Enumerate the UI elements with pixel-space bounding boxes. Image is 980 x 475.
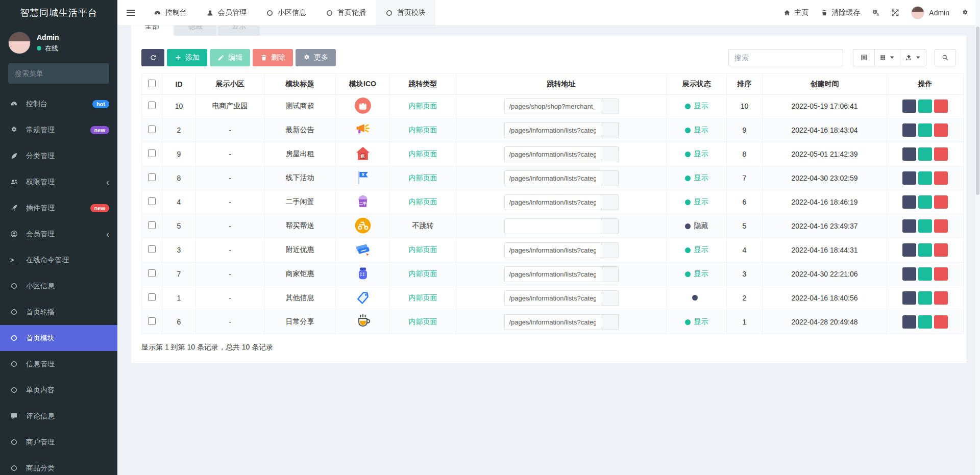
navbar-user[interactable]: Admin xyxy=(911,6,949,19)
link-button[interactable] xyxy=(601,170,619,186)
sidebar-item-权限管理[interactable]: 权限管理 ‹ xyxy=(0,169,117,195)
move-button[interactable] xyxy=(902,195,916,209)
export-button[interactable] xyxy=(900,49,926,66)
link-button[interactable] xyxy=(601,146,619,162)
row-checkbox[interactable] xyxy=(148,293,156,301)
clear-cache-link[interactable]: 清除缓存 xyxy=(821,8,860,17)
sidebar-item-常规管理[interactable]: 常规管理 new xyxy=(0,117,117,143)
row-checkbox[interactable] xyxy=(148,317,156,325)
sidebar-item-信息管理[interactable]: 信息管理 xyxy=(0,351,117,377)
row-checkbox[interactable] xyxy=(148,245,156,253)
jump-url-input[interactable] xyxy=(504,314,601,330)
jump-url-input[interactable] xyxy=(504,290,601,306)
move-button[interactable] xyxy=(902,291,916,305)
navbar-tab-控制台[interactable]: 控制台 xyxy=(144,0,197,26)
sidebar-item-单页内容[interactable]: 单页内容 xyxy=(0,377,117,403)
sidebar-item-商户管理[interactable]: 商户管理 xyxy=(0,429,117,455)
move-button[interactable] xyxy=(902,243,916,257)
sidebar-item-控制台[interactable]: 控制台 hot xyxy=(0,91,117,117)
link-button[interactable] xyxy=(601,314,619,330)
delete-row-button[interactable] xyxy=(934,219,948,233)
link-button[interactable] xyxy=(601,266,619,282)
sidebar-item-在线命令管理[interactable]: >_ 在线命令管理 xyxy=(0,247,117,273)
move-button[interactable] xyxy=(902,267,916,281)
scrollbar-thumb[interactable] xyxy=(976,27,979,195)
jump-url-input[interactable] xyxy=(504,122,601,138)
move-button[interactable] xyxy=(902,219,916,233)
detail-view-button[interactable] xyxy=(853,49,874,66)
move-button[interactable] xyxy=(902,315,916,329)
edit-row-button[interactable] xyxy=(918,243,932,257)
table-search-input[interactable] xyxy=(728,49,843,66)
jump-url-input[interactable] xyxy=(504,218,601,234)
delete-row-button[interactable] xyxy=(934,171,948,185)
edit-row-button[interactable] xyxy=(918,267,932,281)
search-toggle-button[interactable] xyxy=(935,49,956,66)
row-checkbox[interactable] xyxy=(148,126,156,133)
row-checkbox[interactable] xyxy=(148,102,156,109)
link-button[interactable] xyxy=(601,242,619,258)
navbar-tab-首页模块[interactable]: 首页模块 xyxy=(376,0,435,26)
sidebar-search-input[interactable] xyxy=(15,69,107,78)
row-checkbox[interactable] xyxy=(148,149,156,157)
delete-row-button[interactable] xyxy=(934,243,948,257)
move-button[interactable] xyxy=(902,147,916,161)
more-button[interactable]: 更多 xyxy=(296,49,336,66)
jump-url-input[interactable] xyxy=(504,146,601,162)
jump-url-input[interactable] xyxy=(504,170,601,186)
delete-row-button[interactable] xyxy=(934,267,948,281)
edit-row-button[interactable] xyxy=(918,99,932,113)
sidebar-item-小区信息[interactable]: 小区信息 xyxy=(0,273,117,299)
link-button[interactable] xyxy=(601,218,619,234)
select-all-checkbox[interactable] xyxy=(148,80,156,87)
scrollbar[interactable] xyxy=(975,0,980,475)
link-button[interactable] xyxy=(601,98,619,114)
delete-row-button[interactable] xyxy=(934,195,948,209)
edit-row-button[interactable] xyxy=(918,147,932,161)
row-checkbox[interactable] xyxy=(148,197,156,205)
edit-button[interactable]: 编辑 xyxy=(210,49,250,66)
link-button[interactable] xyxy=(601,290,619,306)
settings-gears-icon[interactable] xyxy=(962,9,969,16)
delete-row-button[interactable] xyxy=(934,123,948,137)
hamburger-menu-button[interactable] xyxy=(117,0,144,26)
row-checkbox[interactable] xyxy=(148,173,156,181)
move-button[interactable] xyxy=(902,171,916,185)
delete-row-button[interactable] xyxy=(934,315,948,329)
edit-row-button[interactable] xyxy=(918,291,932,305)
edit-row-button[interactable] xyxy=(918,171,932,185)
jump-url-input[interactable] xyxy=(504,194,601,210)
row-checkbox[interactable] xyxy=(148,269,156,277)
navbar-tab-首页轮播[interactable]: 首页轮播 xyxy=(316,0,376,26)
navbar-tab-小区信息[interactable]: 小区信息 xyxy=(256,0,316,26)
link-button[interactable] xyxy=(601,194,619,210)
translate-icon[interactable]: 文A xyxy=(872,9,879,16)
sidebar-item-评论信息[interactable]: 评论信息 xyxy=(0,403,117,429)
edit-row-button[interactable] xyxy=(918,123,932,137)
move-button[interactable] xyxy=(902,99,916,113)
link-button[interactable] xyxy=(601,122,619,138)
navbar-tab-会员管理[interactable]: 会员管理 xyxy=(197,0,256,26)
edit-row-button[interactable] xyxy=(918,315,932,329)
jump-url-input[interactable] xyxy=(504,266,601,282)
delete-row-button[interactable] xyxy=(934,99,948,113)
sidebar-item-分类管理[interactable]: 分类管理 xyxy=(0,143,117,169)
home-link[interactable]: 主页 xyxy=(783,8,808,17)
columns-button[interactable] xyxy=(874,49,900,66)
edit-row-button[interactable] xyxy=(918,219,932,233)
edit-row-button[interactable] xyxy=(918,195,932,209)
jump-url-input[interactable] xyxy=(504,242,601,258)
refresh-button[interactable] xyxy=(141,49,164,66)
add-button[interactable]: 添加 xyxy=(167,49,207,66)
delete-row-button[interactable] xyxy=(934,147,948,161)
jump-url-input[interactable] xyxy=(504,98,601,114)
row-checkbox[interactable] xyxy=(148,221,156,229)
move-button[interactable] xyxy=(902,123,916,137)
sidebar-item-插件管理[interactable]: 插件管理 new xyxy=(0,195,117,221)
delete-row-button[interactable] xyxy=(934,291,948,305)
sidebar-item-首页模块[interactable]: 首页模块 xyxy=(0,325,117,351)
fullscreen-icon[interactable] xyxy=(892,9,899,16)
sidebar-item-会员管理[interactable]: 会员管理 ‹ xyxy=(0,221,117,247)
sidebar-item-商品分类[interactable]: 商品分类 xyxy=(0,455,117,475)
delete-button[interactable]: 删除 xyxy=(253,49,293,66)
